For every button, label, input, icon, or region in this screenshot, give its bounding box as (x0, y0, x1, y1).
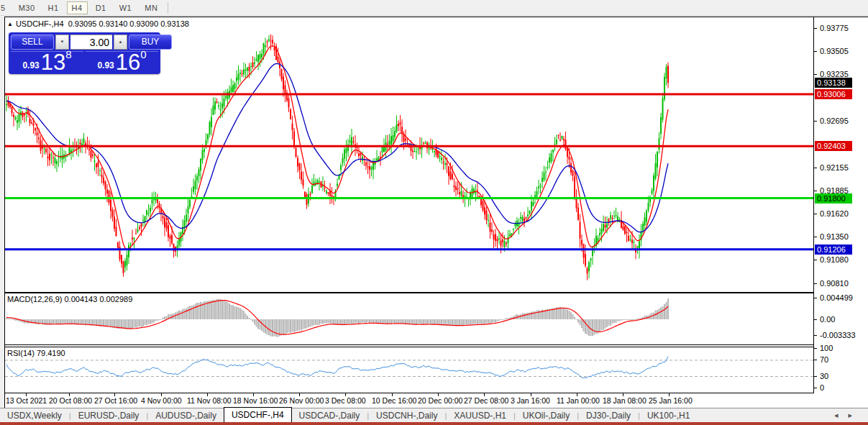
time-axis-label: 27 Oct 16:00 (94, 396, 137, 405)
one-click-trading-panel: SELL ▼ ▲ BUY 0.93138 0.93160 (9, 32, 160, 74)
sell-price-pip: 8 (65, 50, 71, 59)
macd-axis-tick: 0.004499 (814, 293, 853, 303)
time-axis-label: 26 Nov 00:00 (279, 396, 324, 405)
time-axis-label: 4 Nov 00:00 (141, 396, 182, 405)
main-chart-pane[interactable]: ▲USDCHF-,H4 0.93095 0.93140 0.93090 0.93… (5, 17, 813, 292)
buy-price-main: 16 (116, 53, 140, 72)
chart-tab-uk100-h1[interactable]: UK100-,H1 (640, 409, 697, 422)
price-level-box: 0.91800 (815, 193, 852, 204)
chart-title: USDCHF-,H4 (16, 19, 64, 28)
time-axis-label: 18 Jan 08:00 (603, 396, 647, 405)
chart-header: ▲USDCHF-,H4 0.93095 0.93140 0.93090 0.93… (7, 19, 189, 28)
price-axis-tick: 0.91620 (814, 209, 849, 219)
macd-axis-tick: 0.00 (814, 315, 835, 324)
rsi-pane[interactable]: RSI(14) 79.4190 (5, 347, 813, 393)
chart-tab-usdchf-h4[interactable]: USDCHF-,H4 (224, 407, 292, 423)
chart-tab-dj30-daily[interactable]: DJ30-,Daily (579, 409, 638, 422)
rsi-axis-tick: 0 (814, 383, 824, 393)
buy-price-pip: 0 (140, 50, 146, 59)
time-axis-label: 13 Oct 2021 (6, 396, 47, 405)
chart-tab-eurusd-daily[interactable]: EURUSD-,Daily (71, 409, 147, 422)
timeframe-button-h4[interactable]: H4 (67, 1, 88, 14)
macd-pane[interactable]: MACD(12,26,9) 0.004143 0.002989 (5, 293, 813, 344)
timeframe-button-d1[interactable]: D1 (91, 1, 111, 14)
timeframe-button-w1[interactable]: W1 (114, 1, 137, 14)
collapse-arrow-icon[interactable]: ▲ (7, 21, 13, 27)
rsi-axis-tick: 100 (814, 344, 833, 353)
chart-tab-audusd-daily[interactable]: AUDUSD-,Daily (148, 409, 224, 422)
timeframe-button-mn[interactable]: MN (140, 1, 163, 14)
time-axis-label: 3 Dec 08:00 (325, 396, 366, 405)
time-axis-label: 27 Dec 08:00 (464, 396, 508, 405)
macd-label: MACD(12,26,9) 0.004143 0.002989 (7, 295, 132, 303)
chart-tab-usdcnh-daily[interactable]: USDCNH-,Daily (369, 409, 444, 422)
timeframe-button-5[interactable]: 5 (0, 1, 11, 14)
rsi-chart[interactable] (5, 347, 813, 393)
macd-axis-tick: -0.003333 (814, 331, 856, 340)
timeframe-toolbar: 5M30H1H4D1W1MN (0, 0, 868, 16)
toolbar-separator (168, 2, 168, 14)
sell-price-main: 13 (41, 53, 65, 72)
volume-increase-button[interactable]: ▲ (114, 35, 127, 50)
chart-tab-bar: USDX,Weekly|EURUSD-,Daily|AUDUSD-,DailyU… (0, 408, 868, 422)
price-axis-tick: 0.93775 (814, 24, 849, 33)
time-axis-label: 3 Jan 16:00 (511, 396, 550, 405)
price-level-box: 0.92403 (815, 141, 852, 151)
volume-input[interactable] (70, 35, 112, 50)
chart-tab-ukoil-daily[interactable]: UKOil-,Daily (516, 409, 577, 422)
time-axis-label: 11 Jan 00:00 (557, 396, 600, 405)
price-level-box: 0.93006 (815, 89, 852, 99)
time-axis-label: 11 Nov 08:00 (187, 396, 232, 405)
time-axis-label: 10 Dec 16:00 (372, 396, 416, 405)
price-axis-tick: 0.91080 (814, 255, 849, 265)
time-axis[interactable]: 13 Oct 202120 Oct 08:0027 Oct 16:004 Nov… (5, 393, 868, 408)
buy-price[interactable]: 0.93160 (86, 51, 158, 73)
price-axis-tick: 0.92155 (814, 163, 849, 173)
price-axis[interactable]: 0.937750.935050.932350.926950.921550.918… (813, 17, 868, 393)
rsi-label: RSI(14) 79.4190 (7, 349, 65, 357)
bottom-red-strip (0, 422, 868, 425)
time-axis-label: 20 Oct 08:00 (49, 396, 92, 405)
buy-price-prefix: 0.93 (97, 60, 114, 70)
chart-tab-xauusd-h1[interactable]: XAUUSD-,H1 (447, 409, 513, 422)
tab-scroll-arrows[interactable]: ◂▸ (834, 411, 862, 420)
timeframe-button-m30[interactable]: M30 (14, 1, 40, 14)
tab-scroll-right-icon[interactable]: ▸ (848, 411, 862, 419)
price-axis-tick: 0.90810 (814, 279, 849, 288)
price-axis-tick: 0.93505 (814, 47, 849, 56)
rsi-axis-tick: 30 (814, 372, 828, 381)
buy-button[interactable]: BUY (129, 35, 172, 50)
chart-window: ▲USDCHF-,H4 0.93095 0.93140 0.93090 0.93… (4, 17, 868, 408)
chart-tab-usdx-weekly[interactable]: USDX,Weekly (0, 409, 69, 422)
tab-scroll-left-icon[interactable]: ◂ (834, 411, 849, 419)
price-level-box: 0.91206 (815, 245, 852, 255)
time-axis-label: 18 Nov 16:00 (233, 396, 278, 405)
time-axis-label: 20 Dec 00:00 (418, 396, 462, 405)
sell-button[interactable]: SELL (11, 35, 54, 50)
chart-tab-usdcad-daily[interactable]: USDCAD-,Daily (292, 409, 367, 422)
volume-decrease-button[interactable]: ▼ (55, 35, 69, 50)
time-axis-label: 25 Jan 16:00 (649, 396, 693, 405)
timeframe-button-h1[interactable]: H1 (43, 1, 64, 14)
chart-ohlc: 0.93095 0.93140 0.93090 0.93138 (68, 19, 189, 28)
price-axis-tick: 0.91350 (814, 232, 849, 242)
price-level-box: 0.93138 (815, 78, 852, 88)
pane-divider[interactable] (5, 344, 813, 345)
price-axis-tick: 0.92695 (814, 116, 849, 126)
sell-price[interactable]: 0.93138 (11, 51, 83, 73)
rsi-axis-tick: 70 (814, 355, 828, 365)
sell-price-prefix: 0.93 (22, 60, 39, 70)
